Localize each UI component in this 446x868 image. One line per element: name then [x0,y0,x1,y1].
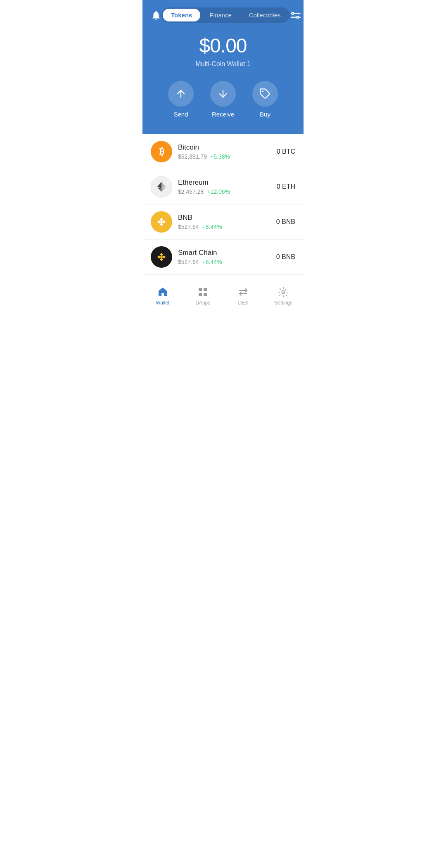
svg-marker-23 [160,255,163,259]
smart-chain-balance: 0 BNB [276,253,295,261]
balance-section: $0.00 Multi-Coin Wallet 1 [151,34,295,68]
wallet-nav-icon [157,286,168,298]
ethereum-change: +12.06% [207,188,230,195]
wallet-nav-label: Wallet [156,300,169,306]
tab-group: Tokens Finance Collectibles [161,7,290,23]
token-item-bitcoin[interactable]: ₿ Bitcoin $52,381.79 +5.38% 0 BTC [142,134,304,169]
buy-button[interactable]: Buy [252,81,278,118]
ethereum-info: Ethereum $2,457.28 +12.06% [178,178,277,195]
svg-marker-11 [157,182,161,188]
bnb-name: BNB [178,214,276,222]
send-button[interactable]: Send [168,81,194,118]
smart-chain-logo [151,246,172,268]
settings-nav-icon [278,286,289,298]
dex-nav-icon [237,286,249,298]
bitcoin-name: Bitcoin [178,143,277,152]
bitcoin-price: $52,381.79 [178,153,207,160]
bitcoin-logo: ₿ [151,141,172,162]
bitcoin-price-row: $52,381.79 +5.38% [178,153,277,160]
bitcoin-change: +5.38% [210,153,230,160]
smart-chain-info: Smart Chain $527.64 +8.44% [178,249,276,265]
receive-label: Receive [212,111,234,118]
nav-dex[interactable]: DEX [229,286,258,306]
bnb-info: BNB $527.64 +8.44% [178,214,276,230]
receive-icon-circle [210,81,236,107]
svg-rect-25 [204,288,207,291]
token-list: ₿ Bitcoin $52,381.79 +5.38% 0 BTC Ethere… [142,134,304,281]
bnb-price: $527.64 [178,224,199,230]
dapps-nav-icon [197,286,209,298]
token-item-bnb[interactable]: BNB $527.64 +8.44% 0 BNB [142,205,304,240]
svg-marker-13 [157,188,161,192]
smart-chain-change: +8.44% [202,259,222,265]
buy-label: Buy [260,111,270,118]
top-bar: Tokens Finance Collectibles [151,7,295,23]
nav-settings[interactable]: Settings [269,286,298,306]
token-item-smart-chain[interactable]: Smart Chain $527.64 +8.44% 0 BNB [142,240,304,275]
svg-rect-24 [199,288,202,291]
smart-chain-price: $527.64 [178,259,199,265]
nav-wallet[interactable]: Wallet [148,286,177,306]
settings-nav-label: Settings [275,300,292,306]
bnb-change: +8.44% [202,224,222,230]
send-label: Send [173,111,188,118]
svg-point-3 [297,16,299,18]
tab-collectibles[interactable]: Collectibles [241,9,289,21]
svg-point-0 [292,12,294,14]
svg-point-30 [282,291,285,294]
ethereum-price-row: $2,457.28 +12.06% [178,188,277,195]
ethereum-logo [151,176,172,197]
token-item-ethereum[interactable]: Ethereum $2,457.28 +12.06% 0 ETH [142,169,304,205]
bitcoin-balance: 0 BTC [277,148,295,155]
svg-text:₿: ₿ [159,146,164,157]
svg-marker-10 [161,182,166,188]
svg-rect-27 [204,293,207,296]
bitcoin-info: Bitcoin $52,381.79 +5.38% [178,143,277,160]
ethereum-price: $2,457.28 [178,188,204,195]
balance-amount: $0.00 [151,34,295,57]
ethereum-balance: 0 ETH [277,183,295,190]
filter-icon[interactable] [290,8,301,23]
svg-marker-18 [160,220,163,224]
tab-tokens[interactable]: Tokens [163,9,200,21]
dapps-nav-label: DApps [195,300,210,306]
smart-chain-name: Smart Chain [178,249,276,257]
bnb-price-row: $527.64 +8.44% [178,224,276,230]
wallet-name: Multi-Coin Wallet 1 [151,60,295,68]
send-icon-circle [168,81,194,107]
bottom-nav: Wallet DApps DEX [142,281,304,314]
ethereum-name: Ethereum [178,178,277,187]
dex-nav-label: DEX [238,300,248,306]
action-buttons: Send Receive Buy [151,81,295,118]
smart-chain-price-row: $527.64 +8.44% [178,259,276,265]
receive-button[interactable]: Receive [210,81,236,118]
svg-marker-12 [161,188,166,192]
notification-icon[interactable] [151,8,161,23]
svg-rect-26 [199,293,202,296]
bnb-balance: 0 BNB [276,218,295,226]
nav-dapps[interactable]: DApps [188,286,217,306]
tab-finance[interactable]: Finance [201,9,240,21]
header: Tokens Finance Collectibles $0.00 Multi-… [142,0,304,134]
buy-icon-circle [252,81,278,107]
bnb-logo [151,211,172,233]
